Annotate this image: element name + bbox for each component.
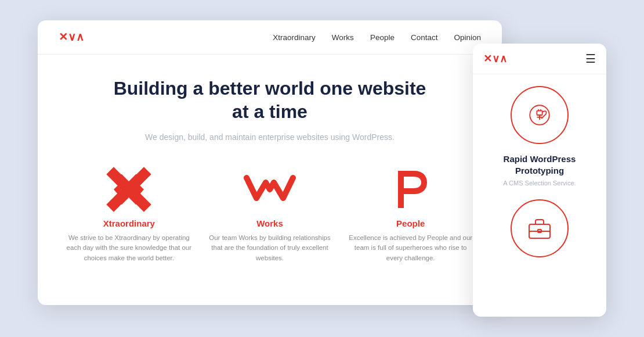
feature-xtraordinary-title: Xtraordinary — [64, 218, 194, 228]
wordpress-icon-circle — [511, 86, 569, 144]
xtraordinary-icon — [64, 166, 194, 213]
works-icon — [205, 166, 335, 213]
mobile-logo: ✕∨∧ — [483, 53, 511, 64]
feature-xtraordinary-desc: We strive to be Xtraordinary by operatin… — [64, 233, 194, 263]
mobile-header: ✕∨∧ ☰ — [473, 44, 606, 74]
svg-text:✕∨∧: ✕∨∧ — [59, 31, 84, 43]
people-icon — [346, 166, 475, 213]
desktop-hero: Building a better world one website at a… — [38, 55, 502, 156]
briefcase-icon — [524, 213, 555, 244]
feature-works: Works Our team Works by building relatio… — [200, 166, 341, 263]
mobile-logo-icon: ✕∨∧ — [483, 53, 511, 64]
mobile-service-title: Rapid WordPress Prototyping — [483, 153, 596, 176]
feature-xtraordinary: Xtraordinary We strive to be Xtraordinar… — [59, 166, 200, 263]
mobile-service-desc: A CMS Selection Service. — [483, 180, 596, 187]
features-section: Xtraordinary We strive to be Xtraordinar… — [38, 156, 502, 263]
nav-item-people[interactable]: People — [370, 32, 395, 42]
mobile-content: Rapid WordPress Prototyping A CMS Select… — [473, 74, 606, 269]
desktop-card: ✕∨∧ Xtraordinary Works People Contact Op… — [38, 20, 502, 305]
hero-heading: Building a better world one website at a… — [107, 77, 432, 123]
svg-rect-7 — [537, 111, 542, 115]
desktop-nav: Xtraordinary Works People Contact Opinio… — [273, 32, 481, 42]
feature-people-title: People — [346, 218, 475, 228]
hero-subheading: We design, build, and maintain enterpris… — [73, 132, 467, 142]
feature-works-desc: Our team Works by building relationships… — [205, 233, 335, 263]
feature-works-title: Works — [205, 218, 335, 228]
hamburger-menu[interactable]: ☰ — [585, 52, 596, 66]
logo-icon: ✕∨∧ — [59, 31, 89, 44]
nav-item-xtraordinary[interactable]: Xtraordinary — [273, 32, 316, 42]
briefcase-icon-circle — [511, 199, 569, 257]
nav-item-opinion[interactable]: Opinion — [454, 32, 481, 42]
wordpress-icon — [524, 100, 555, 130]
feature-people: People Excellence is achieved by People … — [340, 166, 481, 263]
feature-people-desc: Excellence is achieved by People and our… — [346, 233, 475, 263]
nav-item-works[interactable]: Works — [332, 32, 354, 42]
mobile-card: ✕∨∧ ☰ Rapid — [473, 44, 606, 317]
scene: ✕∨∧ Xtraordinary Works People Contact Op… — [38, 20, 606, 317]
svg-text:✕∨∧: ✕∨∧ — [483, 53, 507, 64]
nav-item-contact[interactable]: Contact — [411, 32, 438, 42]
logo: ✕∨∧ — [59, 31, 89, 44]
desktop-header: ✕∨∧ Xtraordinary Works People Contact Op… — [38, 20, 502, 55]
